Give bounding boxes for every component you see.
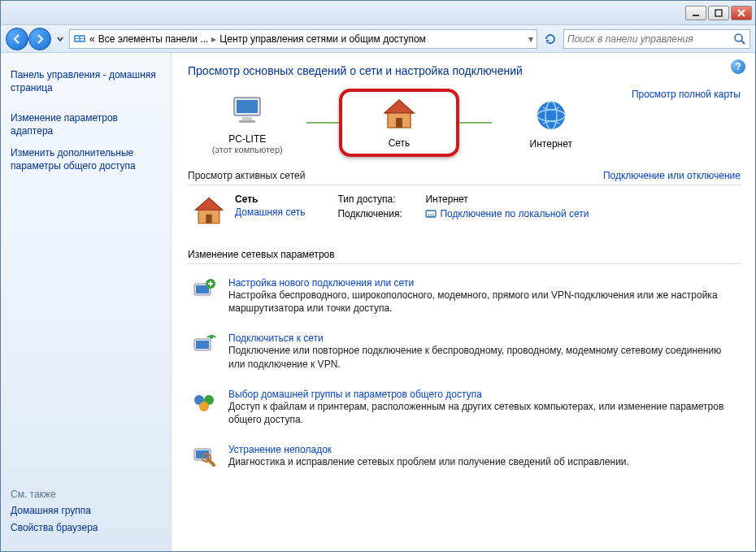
svg-line-10: [741, 41, 745, 44]
maximize-button[interactable]: [708, 6, 729, 20]
task-new-connection[interactable]: Настройка нового подключения или сети На…: [188, 271, 741, 326]
node-internet-label: Интернет: [530, 138, 572, 150]
house-icon: [191, 193, 227, 229]
homegroup-icon: [191, 389, 217, 415]
window: « Все элементы панели ... ▸ Центр управл…: [0, 0, 756, 552]
svg-rect-1: [715, 10, 722, 16]
task-title-link[interactable]: Подключиться к сети: [228, 333, 324, 344]
node-network-label: Сеть: [389, 137, 411, 149]
node-pc-label: PC-LITE: [228, 133, 266, 145]
connections-label: Подключения:: [337, 208, 419, 219]
network-map-node-network[interactable]: Сеть: [339, 89, 458, 157]
house-icon: [380, 95, 419, 134]
ethernet-icon: [425, 208, 437, 219]
task-description: Диагностика и исправление сетевых пробле…: [228, 455, 629, 468]
troubleshoot-icon: [191, 444, 217, 470]
task-title-link[interactable]: Настройка нового подключения или сети: [228, 277, 414, 289]
network-map-node-internet: Интернет: [492, 96, 610, 150]
sidebar-adapter-link[interactable]: Изменение параметров адаптера: [11, 112, 161, 137]
svg-rect-8: [80, 39, 84, 41]
task-description: Подключение или повторное подключение к …: [228, 344, 737, 370]
control-panel-icon: [73, 33, 86, 46]
globe-icon: [532, 96, 571, 135]
breadcrumb-prefix: «: [89, 33, 95, 45]
svg-rect-5: [76, 37, 79, 38]
svg-point-29: [210, 336, 213, 339]
task-description: Настройка беспроводного, широкополосного…: [228, 289, 737, 315]
active-networks-title: Просмотр активных сетей: [188, 170, 305, 181]
task-title-link[interactable]: Выбор домашней группы и параметров общег…: [228, 389, 482, 400]
sidebar-homegroup-link[interactable]: Домашняя группа: [11, 505, 161, 518]
svg-rect-19: [206, 215, 211, 224]
svg-rect-15: [396, 118, 402, 128]
sidebar: Панель управления - домашняя страница Из…: [1, 53, 172, 551]
help-icon[interactable]: ?: [731, 59, 745, 74]
refresh-button[interactable]: [541, 29, 560, 49]
navbar: « Все элементы панели ... ▸ Центр управл…: [1, 25, 755, 53]
access-type-label: Тип доступа:: [337, 193, 419, 205]
node-pc-sublabel: (этот компьютер): [212, 145, 283, 154]
sidebar-sharing-link[interactable]: Изменить дополнительные параметры общего…: [11, 147, 161, 172]
svg-rect-28: [196, 341, 209, 349]
breadcrumb-dropdown[interactable]: ▾: [528, 33, 533, 45]
task-connect-network[interactable]: Подключиться к сети Подключение или повт…: [188, 326, 741, 381]
nav-history-dropdown[interactable]: [54, 36, 66, 42]
new-connection-icon: [191, 277, 217, 303]
minimize-button[interactable]: [685, 6, 706, 20]
task-title-link[interactable]: Устранение неполадок: [228, 444, 332, 455]
network-name: Сеть: [235, 193, 305, 205]
task-description: Доступ к файлам и принтерам, расположенн…: [228, 400, 737, 426]
change-settings-title: Изменение сетевых параметров: [188, 246, 741, 264]
svg-rect-12: [237, 100, 258, 113]
main-content: ? Просмотр основных сведений о сети и на…: [172, 53, 755, 551]
svg-rect-14: [239, 120, 255, 123]
search-bar[interactable]: [563, 29, 750, 49]
view-full-map-link[interactable]: Просмотр полной карты: [632, 89, 741, 100]
svg-point-9: [735, 34, 742, 41]
nav-back-button[interactable]: [6, 28, 28, 50]
svg-rect-13: [242, 117, 252, 120]
connect-disconnect-link[interactable]: Подключение или отключение: [603, 170, 741, 181]
chevron-right-icon[interactable]: ▸: [211, 33, 216, 45]
search-input[interactable]: [567, 33, 733, 45]
sidebar-home-link[interactable]: Панель управления - домашняя страница: [11, 69, 161, 94]
breadcrumb-item[interactable]: Центр управления сетями и общим доступом: [219, 33, 426, 45]
svg-point-16: [537, 102, 565, 129]
nav-forward-button[interactable]: [28, 28, 51, 50]
network-map-node-pc: PC-LITE (этот компьютер): [188, 91, 306, 154]
map-connection-line: [306, 122, 339, 124]
network-type-link[interactable]: Домашняя сеть: [235, 206, 305, 218]
search-icon[interactable]: [733, 33, 746, 46]
sidebar-see-also-label: См. также: [11, 489, 161, 500]
breadcrumb-bar[interactable]: « Все элементы панели ... ▸ Центр управл…: [69, 29, 537, 49]
svg-point-32: [199, 402, 209, 411]
map-connection-line: [459, 122, 492, 124]
svg-rect-6: [80, 37, 84, 38]
task-troubleshoot[interactable]: Устранение неполадок Диагностика и испра…: [188, 437, 741, 481]
svg-rect-7: [76, 39, 79, 41]
task-homegroup[interactable]: Выбор домашней группы и параметров общег…: [188, 382, 741, 437]
breadcrumb-item[interactable]: Все элементы панели ...: [98, 33, 209, 45]
access-type-value: Интернет: [425, 193, 467, 205]
titlebar: [1, 1, 755, 25]
sidebar-browser-link[interactable]: Свойства браузера: [11, 522, 161, 535]
connection-link[interactable]: Подключение по локальной сети: [440, 208, 589, 219]
svg-rect-4: [74, 35, 85, 42]
close-button[interactable]: [731, 6, 752, 20]
page-title: Просмотр основных сведений о сети и наст…: [188, 64, 741, 77]
computer-icon: [228, 91, 267, 130]
connect-network-icon: [191, 333, 217, 359]
